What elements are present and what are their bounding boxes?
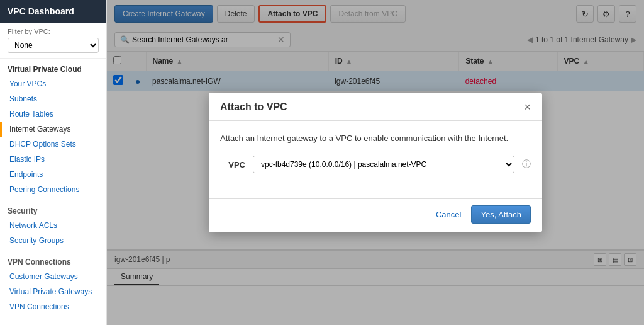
modal-overlay: Attach to VPC × Attach an Internet gatew… <box>107 0 644 325</box>
vpc-section-title: Virtual Private Cloud <box>0 59 106 76</box>
sidebar-item-elastic-ips[interactable]: Elastic IPs <box>0 152 106 167</box>
main-content: Create Internet Gateway Delete Attach to… <box>107 0 644 325</box>
sidebar-item-customer-gateways[interactable]: Customer Gateways <box>0 269 106 284</box>
sidebar-item-endpoints[interactable]: Endpoints <box>0 167 106 182</box>
modal-body: Attach an Internet gateway to a VPC to e… <box>209 121 542 198</box>
security-section-title: Security <box>0 200 106 218</box>
sidebar-item-network-acls[interactable]: Network ACLs <box>0 218 106 233</box>
sidebar-item-route-tables[interactable]: Route Tables <box>0 106 106 122</box>
info-icon: ⓘ <box>522 159 531 170</box>
sidebar-item-virtual-private-gateways[interactable]: Virtual Private Gateways <box>0 284 106 299</box>
cancel-button[interactable]: Cancel <box>431 206 466 223</box>
attach-to-vpc-modal: Attach to VPC × Attach an Internet gatew… <box>209 93 542 232</box>
yes-attach-button[interactable]: Yes, Attach <box>471 205 531 224</box>
sidebar-item-security-groups[interactable]: Security Groups <box>0 233 106 248</box>
sidebar-item-dhcp-options[interactable]: DHCP Options Sets <box>0 137 106 152</box>
modal-footer: Cancel Yes, Attach <box>209 198 542 232</box>
sidebar: VPC Dashboard Filter by VPC: None Virtua… <box>0 0 107 325</box>
sidebar-item-internet-gateways[interactable]: Internet Gateways <box>0 122 106 137</box>
sidebar-item-your-vpcs[interactable]: Your VPCs <box>0 76 106 91</box>
filter-label: Filter by VPC: <box>8 28 99 35</box>
modal-form-row: VPC vpc-fb4d739e (10.0.0.0/16) | pascala… <box>220 156 531 173</box>
sidebar-header: VPC Dashboard <box>0 0 106 23</box>
vpc-select[interactable]: vpc-fb4d739e (10.0.0.0/16) | pascalalma.… <box>253 156 514 173</box>
modal-title: Attach to VPC <box>220 101 287 113</box>
vpn-section-title: VPN Connections <box>0 251 106 269</box>
modal-close-button[interactable]: × <box>524 101 531 113</box>
sidebar-item-vpn-connections[interactable]: VPN Connections <box>0 299 106 314</box>
sidebar-filter-section: Filter by VPC: None <box>0 23 106 59</box>
sidebar-item-subnets[interactable]: Subnets <box>0 91 106 106</box>
sidebar-item-peering-connections[interactable]: Peering Connections <box>0 182 106 197</box>
filter-select[interactable]: None <box>8 38 99 53</box>
sidebar-title: VPC Dashboard <box>8 6 74 16</box>
modal-header: Attach to VPC × <box>209 93 542 121</box>
vpc-field-label: VPC <box>220 160 245 169</box>
modal-description: Attach an Internet gateway to a VPC to e… <box>220 134 531 143</box>
